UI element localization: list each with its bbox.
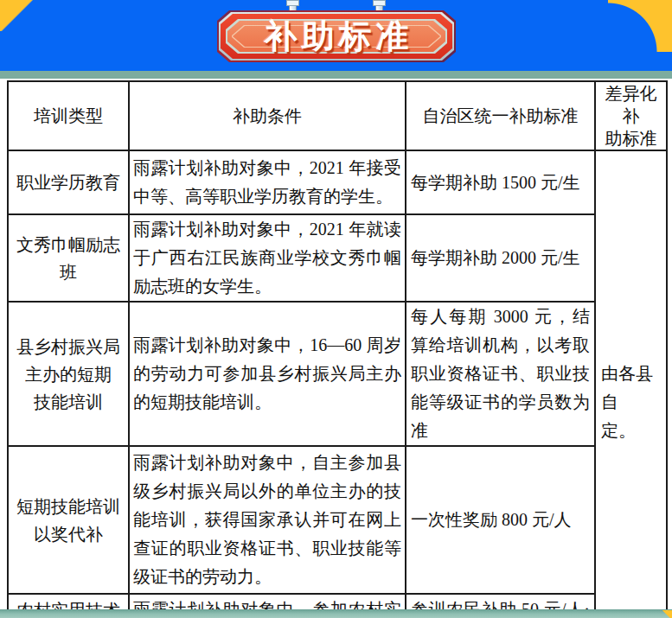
cell-condition: 雨露计划补助对象中，2021 年就读于广西右江民族商业学校文秀巾帼励志班的女学生… (129, 214, 406, 302)
page-title: 补助标准 (217, 10, 456, 62)
table-row: 县乡村振兴局 主办的短期 技能培训 雨露计划补助对象中，16—60 周岁的劳动力… (8, 302, 667, 446)
subsidy-standards-poster: 补助标准 培训类型 补助条件 自治区统一补助标准 差异化补 助标准 职业学历教育… (0, 0, 672, 618)
corner-decoration-top-right (608, 0, 672, 52)
corner-decoration-bottom-right (658, 610, 672, 618)
cell-training-type: 县乡村振兴局 主办的短期 技能培训 (8, 302, 129, 446)
cell-standard: 每学期补助 1500 元/生 (406, 150, 595, 214)
subsidy-table: 培训类型 补助条件 自治区统一补助标准 差异化补 助标准 职业学历教育 雨露计划… (7, 80, 668, 618)
cell-standard: 每学期补助 2000 元/生 (406, 214, 595, 302)
col-header-unified-standard: 自治区统一补助标准 (406, 81, 595, 150)
col-header-training-type: 培训类型 (8, 81, 129, 150)
corner-decoration-top-left (0, 0, 36, 31)
header-band: 补助标准 (0, 0, 672, 71)
cell-condition: 雨露计划补助对象中，2021 年接受中等、高等职业学历教育的学生。 (129, 150, 406, 214)
table-row: 文秀巾帼励志班 雨露计划补助对象中，2021 年就读于广西右江民族商业学校文秀巾… (8, 214, 667, 302)
cell-standard: 一次性奖励 800 元/人 (406, 446, 595, 594)
cell-condition: 雨露计划补助对象中，自主参加县级乡村振兴局以外的单位主办的技能培训，获得国家承认… (129, 446, 406, 594)
cell-training-type: 短期技能培训 以奖代补 (8, 446, 129, 594)
cell-differentiated-note: 由各县自 定。 (595, 150, 667, 618)
cell-condition: 雨露计划补助对象中，16—60 周岁的劳动力可参加县乡村振兴局主办的短期技能培训… (129, 302, 406, 446)
title-plaque: 补助标准 (217, 10, 456, 62)
table-area: 培训类型 补助条件 自治区统一补助标准 差异化补 助标准 职业学历教育 雨露计划… (0, 80, 672, 609)
col-header-subsidy-condition: 补助条件 (129, 81, 406, 150)
table-header-row: 培训类型 补助条件 自治区统一补助标准 差异化补 助标准 (8, 81, 667, 150)
table-row: 职业学历教育 雨露计划补助对象中，2021 年接受中等、高等职业学历教育的学生。… (8, 150, 667, 214)
cell-standard: 每人每期 3000 元，结算给培训机构，以考取职业资格证书、职业技能等级证书的学… (406, 302, 595, 446)
col-header-differentiated-standard: 差异化补 助标准 (595, 81, 667, 150)
divider-band-bottom (0, 609, 672, 618)
table-row: 短期技能培训 以奖代补 雨露计划补助对象中，自主参加县级乡村振兴局以外的单位主办… (8, 446, 667, 594)
divider-band-top (0, 71, 672, 79)
cell-training-type: 文秀巾帼励志班 (8, 214, 129, 302)
cell-training-type: 职业学历教育 (8, 150, 129, 214)
